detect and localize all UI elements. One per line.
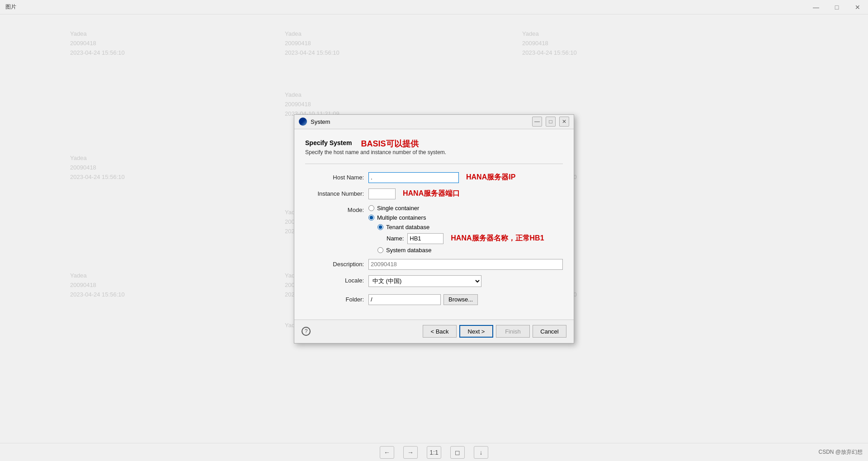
mode-options: Single container Multiple containers Ten… <box>368 205 563 254</box>
multiple-containers-label: Multiple containers <box>377 214 426 221</box>
tenant-database-radio[interactable] <box>377 224 383 230</box>
host-name-input[interactable] <box>368 172 459 183</box>
multiple-containers-radio[interactable] <box>368 215 374 221</box>
dialog-title-icon <box>299 118 307 126</box>
dialog-minimize-button[interactable]: — <box>532 117 542 127</box>
instance-number-content: HANA服务器端口 <box>368 188 563 199</box>
description-input[interactable] <box>368 259 563 270</box>
tenant-database-option[interactable]: Tenant database <box>377 224 563 230</box>
folder-input[interactable] <box>368 294 441 305</box>
dialog-overlay: System — □ ✕ Specify System BASIS可以提供 Sp… <box>0 14 868 443</box>
single-container-option[interactable]: Single container <box>368 205 563 212</box>
system-database-label: System database <box>386 247 431 254</box>
next-button[interactable]: Next > <box>459 325 493 338</box>
dialog-footer: ? < Back Next > Finish Cancel <box>294 320 574 343</box>
back-button[interactable]: < Back <box>423 325 457 338</box>
folder-label: Folder: <box>305 294 368 303</box>
instance-number-input[interactable] <box>368 188 396 199</box>
nav-copy-button[interactable]: ◻ <box>450 446 465 459</box>
mode-row: Mode: Single container Multiple containe… <box>305 205 563 254</box>
nav-back-button[interactable]: ← <box>380 446 394 459</box>
single-container-radio[interactable] <box>368 205 374 211</box>
window-controls: — □ ✕ <box>806 0 868 14</box>
single-container-label: Single container <box>377 205 419 212</box>
description-row: Description: <box>305 259 563 270</box>
host-name-label: Host Name: <box>305 172 368 181</box>
name-input[interactable] <box>407 233 443 244</box>
mode-label: Mode: <box>305 205 368 213</box>
locale-row: Locale: 中文 (中国) <box>305 275 563 287</box>
description-content <box>368 259 563 270</box>
system-database-option[interactable]: System database <box>377 247 563 254</box>
locale-content: 中文 (中国) <box>368 275 563 287</box>
folder-input-row: Browse... <box>368 294 563 305</box>
dialog-title-text: System <box>311 118 528 125</box>
host-name-content: HANA服务器IP <box>368 172 563 183</box>
dialog-header-desc: Specify the host name and instance numbe… <box>305 149 563 155</box>
window-title: 图片 <box>5 3 16 11</box>
tenant-database-label: Tenant database <box>386 224 429 230</box>
nav-download-button[interactable]: ↓ <box>474 446 488 459</box>
top-bar: 图片 — □ ✕ <box>0 0 868 14</box>
host-name-annotation: HANA服务器IP <box>466 173 515 182</box>
host-name-row: Host Name: HANA服务器IP <box>305 172 563 183</box>
dialog-body: Specify System BASIS可以提供 Specify the hos… <box>294 129 574 320</box>
dialog-header-title: Specify System <box>305 139 352 146</box>
cancel-button[interactable]: Cancel <box>533 325 566 338</box>
close-button[interactable]: ✕ <box>847 0 868 14</box>
multiple-containers-option[interactable]: Multiple containers <box>368 214 563 221</box>
annotation-basis: BASIS可以提供 <box>361 138 419 149</box>
name-label: Name: <box>387 235 404 242</box>
divider <box>305 164 563 164</box>
folder-row: Folder: Browse... <box>305 294 563 305</box>
minimize-button[interactable]: — <box>806 0 826 14</box>
nav-forward-button[interactable]: → <box>403 446 418 459</box>
instance-number-row: Instance Number: HANA服务器端口 <box>305 188 563 199</box>
dialog-header: Specify System BASIS可以提供 Specify the hos… <box>305 138 563 155</box>
locale-select[interactable]: 中文 (中国) <box>368 275 481 287</box>
tenant-section: Tenant database Name: HANA服务器名称，正常HB1 Sy… <box>377 224 563 254</box>
locale-label: Locale: <box>305 275 368 284</box>
dialog-close-button[interactable]: ✕ <box>559 117 569 127</box>
folder-content: Browse... <box>368 294 563 305</box>
system-dialog: System — □ ✕ Specify System BASIS可以提供 Sp… <box>294 114 574 343</box>
dialog-titlebar: System — □ ✕ <box>294 115 574 129</box>
name-annotation: HANA服务器名称，正常HB1 <box>451 234 544 243</box>
credit-text: CSDN @放弃幻想 <box>818 448 863 456</box>
maximize-button[interactable]: □ <box>826 0 847 14</box>
finish-button[interactable]: Finish <box>496 325 530 338</box>
instance-number-label: Instance Number: <box>305 188 368 197</box>
description-label: Description: <box>305 259 368 268</box>
instance-number-annotation: HANA服务器端口 <box>403 189 460 198</box>
tenant-name-row: Name: HANA服务器名称，正常HB1 <box>387 233 563 244</box>
dialog-maximize-button[interactable]: □ <box>546 117 556 127</box>
help-icon[interactable]: ? <box>302 327 311 336</box>
nav-page-button[interactable]: 1:1 <box>427 446 441 459</box>
bottom-bar: ← → 1:1 ◻ ↓ CSDN @放弃幻想 <box>0 443 868 461</box>
system-database-radio[interactable] <box>377 247 383 253</box>
browse-button[interactable]: Browse... <box>443 294 478 305</box>
